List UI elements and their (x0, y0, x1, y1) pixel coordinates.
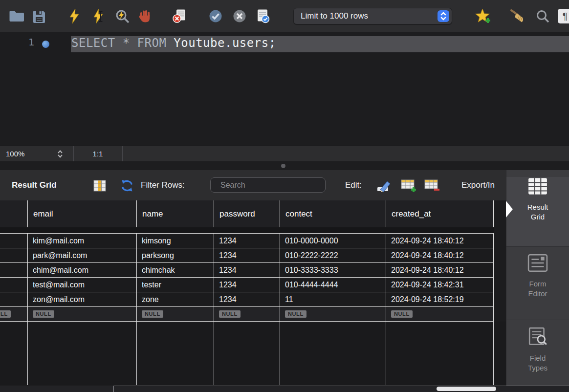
toggle-autocommit-button[interactable] (254, 7, 271, 25)
save-snippet-button[interactable] (474, 7, 492, 25)
execute-button[interactable] (66, 7, 83, 25)
grid-cell[interactable]: parksong (137, 248, 214, 262)
search-input[interactable] (219, 180, 323, 190)
grid-column-separator (493, 322, 494, 385)
grid-header: emailnamepasswordcontectcreated_at (0, 200, 494, 227)
grid-cell[interactable]: test@mail.com (28, 278, 137, 292)
pencil-icon (377, 179, 392, 192)
grid-cell[interactable]: kimsong (137, 234, 214, 248)
code-line[interactable]: SELECT * FROM Youtube.users; (71, 36, 276, 52)
grid-cell[interactable]: 010-0000-0000 (280, 234, 386, 248)
panel-tab-result-grid[interactable]: Result Grid (506, 177, 569, 246)
horizontal-scrollbar-track[interactable] (113, 386, 569, 386)
grid-row[interactable]: park@mail.comparksong1234010-2222-222220… (0, 248, 494, 263)
grid-cell[interactable]: 2024-09-24 18:52:19 (386, 292, 494, 306)
beautify-button[interactable] (509, 7, 527, 25)
grid-cell[interactable]: chimchak (137, 263, 214, 277)
grid-cell[interactable]: NULL (214, 307, 280, 321)
rollback-button[interactable] (231, 7, 248, 25)
grid-row[interactable]: kim@mail.comkimsong1234010-0000-00002024… (0, 234, 494, 248)
grid-cell[interactable] (0, 263, 28, 277)
mysql-workbench-window: Limit to 1000 rows ¶ 1 SELECT * FROM You… (0, 0, 569, 392)
grid-cell[interactable]: tester (137, 278, 214, 292)
grid-cell[interactable]: zone (137, 292, 214, 306)
grid-cell[interactable]: chim@mail.com (28, 263, 137, 277)
insert-row-button[interactable] (400, 177, 417, 194)
folder-icon (9, 10, 24, 22)
grid-cell[interactable]: 1234 (214, 248, 280, 262)
grid-cell[interactable]: 010-3333-3333 (280, 263, 386, 277)
grid-cell[interactable]: 2024-09-24 18:40:12 (386, 263, 494, 277)
grid-cell[interactable] (0, 234, 28, 248)
delete-row-button[interactable] (423, 177, 441, 194)
explain-magnifier-icon (115, 9, 130, 23)
grid-cell[interactable]: NULL (386, 307, 494, 321)
editor-status-bar: 100% 1:1 (0, 146, 569, 162)
commit-check-icon (208, 9, 223, 23)
grid-cell[interactable]: 1234 (214, 292, 280, 306)
stepper-chevrons-icon (57, 149, 64, 159)
limit-rows-dropdown[interactable]: Limit to 1000 rows (293, 8, 452, 24)
grid-cell[interactable] (0, 278, 28, 292)
grid-cell[interactable]: 1234 (214, 234, 280, 248)
grid-header-cell[interactable] (0, 200, 28, 227)
grid-cell[interactable]: 2024-09-24 18:40:12 (386, 234, 494, 248)
search-icon (536, 9, 549, 23)
grid-row[interactable]: chim@mail.comchimchak1234010-3333-333320… (0, 263, 494, 278)
toggle-stop-on-error-button[interactable] (171, 7, 188, 25)
grid-cell[interactable]: 1234 (214, 278, 280, 292)
stop-button[interactable] (136, 7, 154, 25)
grid-cell[interactable]: 010-4444-4444 (280, 278, 386, 292)
grid-cell[interactable]: 010-2222-2222 (280, 248, 386, 262)
commit-button[interactable] (207, 7, 224, 25)
edit-record-button[interactable] (375, 177, 393, 194)
panel-tab-label: Field Types (521, 353, 555, 372)
find-button[interactable] (534, 7, 551, 25)
panel-divider (506, 320, 569, 320)
grid-header-cell[interactable]: created_at (386, 200, 494, 227)
panel-tab-form-editor[interactable]: Form Editor (506, 254, 569, 320)
zoom-stepper[interactable] (57, 149, 64, 161)
grid-cell[interactable]: NULL (280, 307, 386, 321)
grid-cell[interactable]: NULL (137, 307, 214, 321)
grid-cell[interactable]: 11 (280, 292, 386, 306)
grid-cell[interactable] (0, 248, 28, 262)
columns-icon (93, 180, 106, 192)
grid-cell[interactable]: zon@mail.com (28, 292, 137, 306)
grid-cell[interactable]: park@mail.com (28, 248, 137, 262)
grid-cell[interactable]: 2024-09-24 18:40:12 (386, 248, 494, 262)
grid-cell[interactable]: 2024-09-24 18:42:31 (386, 278, 494, 292)
zoom-level: 100% (6, 146, 24, 162)
table-remove-icon (424, 179, 440, 193)
execute-current-button[interactable] (90, 7, 108, 25)
horizontal-scrollbar-thumb[interactable] (437, 387, 496, 391)
sql-editor[interactable]: 1 SELECT * FROM Youtube.users; (0, 32, 569, 146)
toggle-columns-button[interactable] (91, 177, 109, 194)
grid-header-cell[interactable]: email (28, 200, 137, 227)
star-plus-icon (475, 8, 491, 24)
grid-row[interactable]: test@mail.comtester1234010-4444-44442024… (0, 278, 494, 292)
grid-header-cell[interactable]: contect (280, 200, 386, 227)
grid-row[interactable]: zon@mail.comzone1234112024-09-24 18:52:1… (0, 292, 494, 307)
grid-column-separator (214, 322, 214, 385)
panel-tab-field-types[interactable]: Field Types (506, 327, 569, 392)
scrollbar-tick (113, 386, 114, 392)
grid-header-cell[interactable]: name (137, 200, 214, 227)
pane-splitter[interactable] (0, 161, 569, 170)
open-file-button[interactable] (8, 7, 25, 25)
grid-new-row[interactable]: NULLNULLNULLNULLNULLNULL (0, 307, 494, 322)
grid-cell[interactable]: NULL (28, 307, 137, 321)
panel-expand-arrow-icon[interactable] (506, 201, 513, 218)
panel-tab-label: Result Grid (521, 202, 555, 221)
explain-button[interactable] (113, 7, 131, 25)
toggle-invisibles-button[interactable]: ¶ (556, 7, 569, 25)
filter-search-box[interactable] (210, 177, 326, 193)
grid-cell[interactable]: NULL (0, 307, 28, 321)
grid-cell[interactable]: 1234 (214, 263, 280, 277)
grid-cell[interactable]: kim@mail.com (28, 234, 137, 248)
grid-cell[interactable] (0, 292, 28, 306)
save-button[interactable] (30, 7, 48, 25)
splitter-handle-icon[interactable] (281, 164, 285, 168)
refresh-button[interactable] (118, 177, 136, 194)
grid-header-cell[interactable]: password (214, 200, 280, 227)
